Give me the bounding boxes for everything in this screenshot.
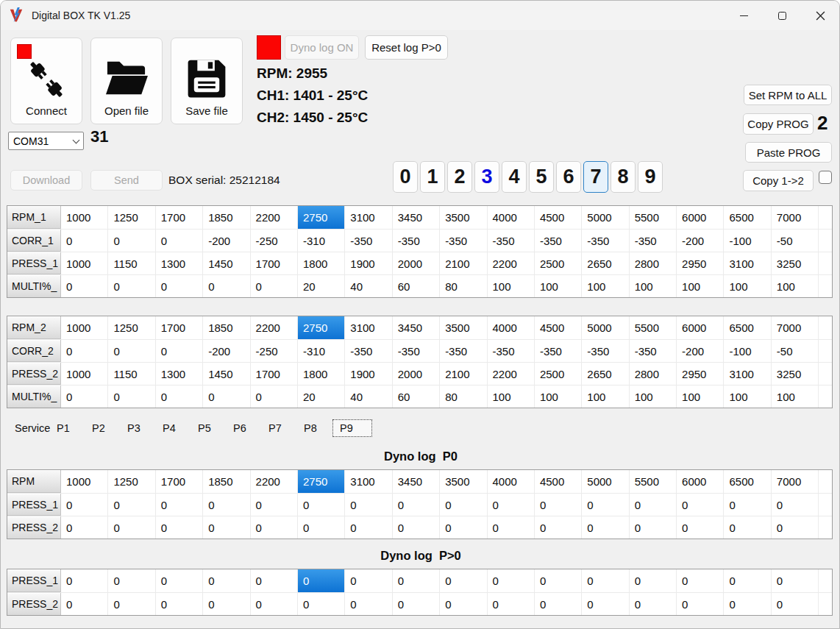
table-cell[interactable]: 3100 [345, 316, 392, 339]
table-cell[interactable]: 1000 [61, 316, 108, 339]
table-cell[interactable]: -350 [630, 230, 677, 252]
table-cell[interactable]: 0 [535, 569, 582, 592]
table-cell[interactable]: 0 [535, 494, 582, 516]
table-cell[interactable]: 1000 [61, 206, 108, 229]
table-cell[interactable]: 5000 [582, 470, 629, 493]
table-cell[interactable]: 0 [156, 516, 203, 539]
row-header-multi%_[interactable]: MULTI%_ [7, 385, 61, 408]
table-cell[interactable]: 0 [108, 569, 155, 592]
table-cell[interactable]: 0 [61, 385, 108, 408]
table-cell[interactable]: 2000 [393, 252, 440, 274]
table-cell[interactable]: 2200 [251, 206, 298, 229]
table-cell[interactable]: 1450 [203, 252, 250, 274]
table-cell[interactable]: 1250 [108, 316, 155, 339]
table-cell[interactable]: 0 [61, 494, 108, 516]
table-cell[interactable]: 5000 [582, 206, 629, 229]
tab-p1[interactable]: P1 [50, 419, 85, 437]
table-cell[interactable]: 0 [108, 516, 155, 539]
tab-p6[interactable]: P6 [227, 419, 262, 437]
table-cell[interactable]: 0 [440, 516, 487, 539]
row-header-rpm_2[interactable]: RPM_2 [7, 316, 61, 339]
table-cell[interactable]: 0 [251, 385, 298, 408]
table-cell[interactable]: 60 [393, 385, 440, 408]
table-cell[interactable]: 0 [298, 494, 345, 516]
table-cell[interactable]: 0 [203, 494, 250, 516]
table-cell[interactable]: 5500 [630, 206, 677, 229]
table-cell[interactable]: 100 [535, 385, 582, 408]
table-cell[interactable]: 0 [61, 275, 108, 297]
table-cell[interactable]: 100 [724, 275, 771, 297]
dyno-log-on-button[interactable]: Dyno log ON [285, 35, 359, 60]
table-cell[interactable]: 0 [724, 593, 771, 615]
table-cell[interactable]: -350 [393, 230, 440, 252]
table-cell[interactable]: 0 [772, 593, 819, 615]
table-cell[interactable]: 3100 [345, 470, 392, 493]
row-header-press_2[interactable]: PRESS_2 [7, 363, 61, 385]
table-cell[interactable]: 5000 [582, 316, 629, 339]
download-button[interactable]: Download [10, 170, 82, 191]
table-cell[interactable]: 100 [630, 385, 677, 408]
reset-log-button[interactable]: Reset log P>0 [365, 35, 448, 60]
table-cell[interactable]: 0 [677, 569, 724, 592]
table-cell[interactable]: -350 [535, 340, 582, 362]
table-cell[interactable]: 0 [393, 516, 440, 539]
prog-button-7[interactable]: 7 [583, 161, 608, 193]
tab-p2[interactable]: P2 [85, 419, 121, 437]
table-cell[interactable]: 1800 [298, 363, 345, 385]
table-cell[interactable]: 100 [582, 385, 629, 408]
table-cell[interactable]: 2800 [630, 363, 677, 385]
table-cell[interactable]: 60 [393, 275, 440, 297]
table-cell[interactable]: 0 [156, 593, 203, 615]
table-cell[interactable]: 3450 [393, 316, 440, 339]
table-cell[interactable]: 1700 [156, 316, 203, 339]
table-cell[interactable]: 0 [393, 494, 440, 516]
table-cell[interactable]: 0 [677, 516, 724, 539]
table-cell[interactable]: -200 [677, 340, 724, 362]
table-cell[interactable]: 0 [108, 275, 155, 297]
table-cell[interactable]: 2200 [488, 252, 535, 274]
table-cell[interactable]: 0 [582, 569, 629, 592]
row-header-press_2[interactable]: PRESS_2 [7, 516, 61, 539]
table-cell[interactable]: 0 [535, 593, 582, 615]
row-header-rpm_1[interactable]: RPM_1 [7, 206, 61, 229]
table-cell[interactable]: 0 [345, 569, 392, 592]
prog-button-3[interactable]: 3 [474, 161, 499, 193]
table-cell[interactable]: 0 [251, 275, 298, 297]
table-cell[interactable]: 0 [298, 593, 345, 615]
table-cell[interactable]: 1700 [251, 363, 298, 385]
row-header-multi%_[interactable]: MULTI%_ [7, 275, 61, 297]
table-cell[interactable]: -250 [251, 340, 298, 362]
table-cell[interactable]: -350 [345, 230, 392, 252]
table-cell[interactable]: 6000 [677, 470, 724, 493]
save-file-button[interactable]: Save file [171, 38, 243, 124]
copy-1-to-2-button[interactable]: Copy 1->2 [743, 170, 814, 191]
table-cell[interactable]: 0 [203, 275, 250, 297]
tab-p7[interactable]: P7 [262, 419, 297, 437]
table-cell[interactable]: -100 [724, 230, 771, 252]
table-cell[interactable]: 2950 [677, 252, 724, 274]
table-cell[interactable]: 2500 [535, 252, 582, 274]
send-button[interactable]: Send [90, 170, 163, 191]
table-cell[interactable]: 0 [251, 569, 298, 592]
maximize-button[interactable] [763, 1, 801, 30]
table-cell[interactable]: 0 [440, 593, 487, 615]
table-cell[interactable]: 3100 [724, 252, 771, 274]
table-cell[interactable]: 0 [488, 593, 535, 615]
table-cell[interactable]: 0 [677, 593, 724, 615]
tab-p4[interactable]: P4 [156, 419, 191, 437]
open-file-button[interactable]: Open file [90, 38, 163, 124]
table-cell[interactable]: 100 [535, 275, 582, 297]
table-cell[interactable]: 0 [156, 569, 203, 592]
table-cell[interactable]: 3250 [772, 252, 819, 274]
table-cell[interactable]: 1300 [156, 363, 203, 385]
table-cell[interactable]: 4500 [535, 206, 582, 229]
table-cell[interactable]: 0 [724, 494, 771, 516]
table-cell[interactable]: 0 [393, 593, 440, 615]
table-cell[interactable]: 3250 [772, 363, 819, 385]
table-cell[interactable]: 0 [108, 230, 155, 252]
table-cell[interactable]: 2000 [393, 363, 440, 385]
table-cell[interactable]: 0 [724, 569, 771, 592]
tab-p5[interactable]: P5 [191, 419, 227, 437]
prog-button-9[interactable]: 9 [638, 161, 663, 193]
table-cell[interactable]: 4000 [488, 316, 535, 339]
